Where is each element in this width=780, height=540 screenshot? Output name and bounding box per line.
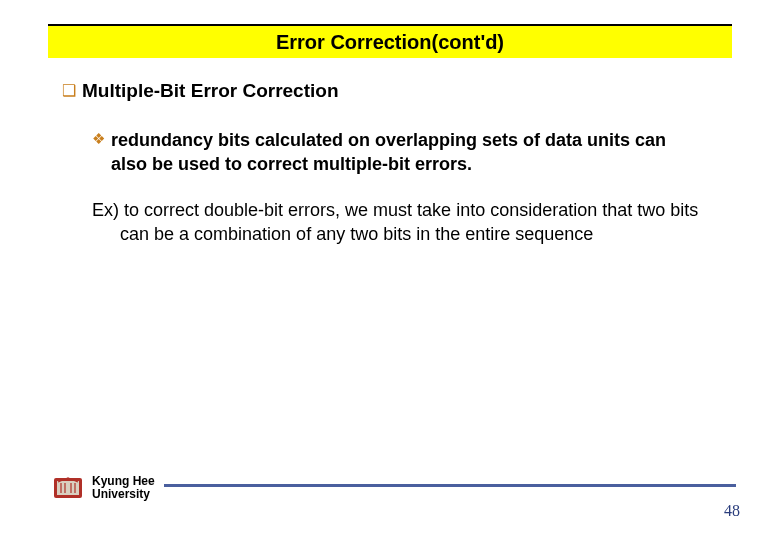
diamond-bullet-icon: ❖ xyxy=(92,128,105,150)
university-logo-icon xyxy=(52,474,84,502)
example-text: Ex) to correct double-bit errors, we mus… xyxy=(92,198,716,246)
university-name-line2: University xyxy=(92,488,158,501)
university-name: Kyung Hee University xyxy=(92,475,158,501)
footer-divider xyxy=(164,484,736,487)
example-block: Ex) to correct double-bit errors, we mus… xyxy=(92,198,716,246)
sub-row: ❖ redundancy bits calculated on overlapp… xyxy=(92,128,704,176)
slide-title-bar: Error Correction(cont'd) xyxy=(48,24,732,58)
heading-text: Multiple-Bit Error Correction xyxy=(82,80,339,102)
footer: Kyung Hee University xyxy=(52,468,736,508)
slide-title: Error Correction(cont'd) xyxy=(276,31,504,54)
svg-rect-1 xyxy=(57,481,79,495)
square-bullet-icon: ❑ xyxy=(62,80,76,102)
page-number: 48 xyxy=(724,502,740,520)
heading-row: ❑ Multiple-Bit Error Correction xyxy=(62,80,339,102)
sub-text: redundancy bits calculated on overlappin… xyxy=(111,128,704,176)
